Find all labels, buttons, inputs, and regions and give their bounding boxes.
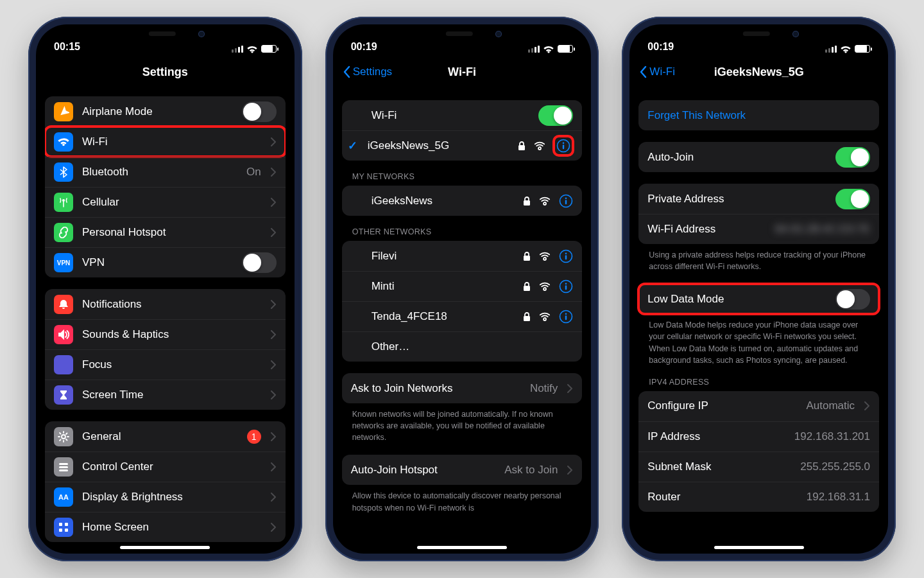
- chevron-right-icon: [270, 300, 277, 309]
- status-time: 00:15: [54, 41, 80, 53]
- phone-wifi-list: 00:19 Settings Wi-Fi Wi-Fi: [325, 17, 599, 561]
- row-router: Router 192.168.31.1: [638, 482, 879, 512]
- row-screen-time[interactable]: Screen Time: [45, 380, 286, 410]
- row-home-screen[interactable]: Home Screen: [45, 512, 286, 542]
- row-forget-network[interactable]: Forget This Network: [638, 100, 879, 130]
- row-airplane-mode[interactable]: Airplane Mode: [45, 96, 286, 127]
- grid-icon: [54, 518, 73, 537]
- row-label: IP Address: [647, 430, 785, 443]
- low-data-mode-toggle[interactable]: [835, 289, 870, 310]
- vpn-icon: VPN: [54, 253, 73, 272]
- row-known-network[interactable]: iGeeksNews: [342, 186, 583, 216]
- notification-badge: 1: [247, 430, 261, 444]
- row-control-center[interactable]: Control Center: [45, 451, 286, 482]
- network-info-button[interactable]: [559, 310, 573, 324]
- settings-list[interactable]: Airplane Mode Wi-Fi Bluetooth On: [36, 89, 295, 554]
- row-other-network-manual[interactable]: Other…: [342, 331, 583, 362]
- chevron-right-icon: [567, 466, 573, 475]
- wifi-mac-value: 8A:91:2B:4C:D3:7E: [775, 223, 870, 236]
- row-sounds-haptics[interactable]: Sounds & Haptics: [45, 319, 286, 349]
- page-title: Settings: [142, 66, 188, 79]
- wifi-status-icon: [247, 45, 257, 53]
- row-general[interactable]: General 1: [45, 421, 286, 451]
- airplane-toggle[interactable]: [242, 101, 277, 122]
- network-info-button[interactable]: [559, 279, 573, 293]
- chevron-right-icon: [270, 523, 277, 532]
- row-ip-address: IP Address 192.168.31.201: [638, 421, 879, 451]
- row-label: Display & Brightness: [82, 491, 261, 504]
- network-name: iGeeksNews: [372, 195, 515, 207]
- chevron-right-icon: [567, 384, 573, 393]
- row-wifi-master[interactable]: Wi-Fi: [342, 100, 583, 130]
- row-label: Airplane Mode: [82, 105, 233, 118]
- row-other-network[interactable]: Minti: [342, 271, 583, 301]
- row-label: VPN: [82, 256, 233, 269]
- chevron-right-icon: [270, 390, 277, 399]
- row-label: Configure IP: [647, 399, 797, 412]
- wifi-list[interactable]: Wi-Fi ✓ iGeeksNews_5G MY NE: [333, 89, 592, 554]
- home-indicator[interactable]: [120, 546, 210, 549]
- network-info-button[interactable]: [559, 249, 573, 263]
- battery-icon: [261, 45, 277, 53]
- network-info-button[interactable]: [559, 194, 573, 208]
- home-indicator[interactable]: [417, 546, 507, 549]
- cell-signal-icon: [232, 46, 243, 53]
- row-label: Notifications: [82, 298, 261, 311]
- private-address-toggle[interactable]: [835, 189, 870, 209]
- chevron-right-icon: [270, 198, 277, 207]
- network-details[interactable]: Forget This Network Auto-Join Private Ad…: [629, 89, 888, 554]
- phone-network-details: 00:19 Wi-Fi iGeeksNews_5G Forget This Ne…: [622, 17, 896, 561]
- row-focus[interactable]: Focus: [45, 349, 286, 380]
- network-info-button[interactable]: [554, 136, 573, 155]
- row-value: Ask to Join: [504, 464, 558, 477]
- auto-join-toggle[interactable]: [835, 147, 870, 168]
- wifi-toggle[interactable]: [538, 105, 573, 126]
- row-auto-join-hotspot[interactable]: Auto-Join Hotspot Ask to Join: [342, 455, 583, 485]
- back-label: Wi-Fi: [649, 66, 675, 78]
- chevron-left-icon: [342, 66, 351, 78]
- row-notifications[interactable]: Notifications: [45, 289, 286, 319]
- sliders-icon: [54, 457, 73, 477]
- gear-icon: [54, 427, 73, 446]
- row-auto-join[interactable]: Auto-Join: [638, 142, 879, 172]
- lock-icon: [523, 312, 531, 321]
- row-other-network[interactable]: Filevi: [342, 241, 583, 271]
- row-display-brightness[interactable]: AA Display & Brightness: [45, 482, 286, 512]
- row-private-address[interactable]: Private Address: [638, 184, 879, 214]
- row-connected-network[interactable]: ✓ iGeeksNews_5G: [342, 130, 583, 161]
- row-label: Auto-Join Hotspot: [351, 464, 496, 477]
- row-configure-ip[interactable]: Configure IP Automatic: [638, 391, 879, 421]
- row-other-network[interactable]: Tenda_4FCE18: [342, 301, 583, 331]
- chevron-right-icon: [270, 360, 277, 369]
- chevron-left-icon: [638, 66, 647, 78]
- row-label: Cellular: [82, 196, 261, 209]
- chevron-right-icon: [270, 493, 277, 502]
- row-label: Router: [647, 491, 797, 504]
- row-cellular[interactable]: Cellular: [45, 187, 286, 217]
- row-label: Wi-Fi Address: [647, 223, 766, 236]
- checkmark-icon: ✓: [347, 139, 359, 153]
- row-vpn[interactable]: VPN VPN: [45, 247, 286, 277]
- home-indicator[interactable]: [714, 546, 804, 549]
- phone-settings: 00:15 Settings Airplane Mode: [28, 17, 302, 561]
- row-label: Home Screen: [82, 521, 261, 534]
- nav-bar: Settings: [36, 55, 295, 89]
- sound-icon: [54, 325, 73, 344]
- row-label: Subnet Mask: [647, 460, 791, 473]
- chevron-right-icon: [270, 330, 277, 339]
- row-label: Bluetooth: [82, 166, 237, 179]
- forget-label: Forget This Network: [647, 109, 870, 122]
- cell-signal-icon: [528, 46, 540, 53]
- text-size-icon: AA: [54, 487, 73, 507]
- row-wifi[interactable]: Wi-Fi: [45, 127, 286, 157]
- back-button[interactable]: Settings: [342, 66, 392, 78]
- status-time: 00:19: [647, 41, 674, 53]
- row-personal-hotspot[interactable]: Personal Hotspot: [45, 217, 286, 247]
- vpn-toggle[interactable]: [242, 252, 277, 273]
- chevron-right-icon: [864, 401, 870, 410]
- cell-signal-icon: [825, 46, 837, 53]
- row-low-data-mode[interactable]: Low Data Mode: [638, 284, 879, 314]
- back-button[interactable]: Wi-Fi: [638, 66, 675, 78]
- row-ask-to-join[interactable]: Ask to Join Networks Notify: [342, 373, 583, 403]
- row-bluetooth[interactable]: Bluetooth On: [45, 157, 286, 187]
